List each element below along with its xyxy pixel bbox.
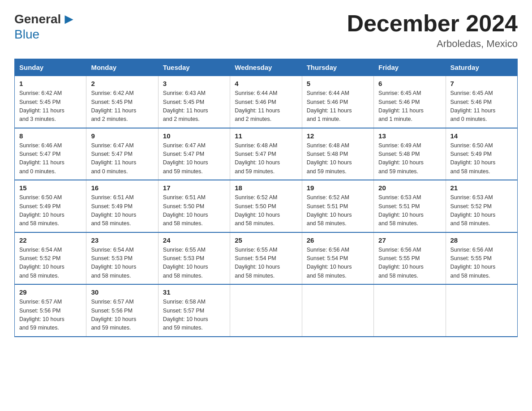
table-row: 3 Sunrise: 6:43 AMSunset: 5:45 PMDayligh…	[158, 76, 230, 128]
table-row: 4 Sunrise: 6:44 AMSunset: 5:46 PMDayligh…	[230, 76, 302, 128]
day-info: Sunrise: 6:57 AMSunset: 5:56 PMDaylight:…	[19, 298, 82, 333]
day-number: 1	[19, 80, 82, 87]
day-number: 26	[307, 236, 369, 244]
table-row: 20 Sunrise: 6:53 AMSunset: 5:51 PMDaylig…	[374, 180, 446, 232]
table-row: 1 Sunrise: 6:42 AMSunset: 5:45 PMDayligh…	[15, 76, 86, 128]
table-row: 25 Sunrise: 6:55 AMSunset: 5:54 PMDaylig…	[230, 232, 302, 285]
day-number: 13	[378, 132, 441, 140]
day-info: Sunrise: 6:50 AMSunset: 5:49 PMDaylight:…	[19, 193, 82, 228]
table-row: 6 Sunrise: 6:45 AMSunset: 5:46 PMDayligh…	[374, 76, 446, 128]
day-info: Sunrise: 6:49 AMSunset: 5:48 PMDaylight:…	[378, 141, 441, 176]
day-info: Sunrise: 6:54 AMSunset: 5:53 PMDaylight:…	[91, 246, 153, 281]
day-number: 2	[91, 80, 153, 87]
day-info: Sunrise: 6:57 AMSunset: 5:56 PMDaylight:…	[91, 298, 153, 333]
day-info: Sunrise: 6:52 AMSunset: 5:51 PMDaylight:…	[307, 193, 369, 228]
day-number: 22	[19, 236, 82, 244]
table-row: 8 Sunrise: 6:46 AMSunset: 5:47 PMDayligh…	[15, 128, 86, 180]
header-saturday: Saturday	[446, 59, 517, 76]
day-info: Sunrise: 6:53 AMSunset: 5:51 PMDaylight:…	[378, 193, 441, 228]
table-row: 27 Sunrise: 6:56 AMSunset: 5:55 PMDaylig…	[374, 232, 446, 285]
table-row: 2 Sunrise: 6:42 AMSunset: 5:45 PMDayligh…	[86, 76, 158, 128]
day-number: 17	[163, 184, 225, 192]
day-number: 6	[378, 80, 441, 87]
day-info: Sunrise: 6:52 AMSunset: 5:50 PMDaylight:…	[235, 193, 297, 228]
day-info: Sunrise: 6:54 AMSunset: 5:52 PMDaylight:…	[19, 246, 82, 281]
header-sunday: Sunday	[15, 59, 86, 76]
day-info: Sunrise: 6:42 AMSunset: 5:45 PMDaylight:…	[19, 89, 82, 124]
table-row	[446, 284, 517, 337]
title-section: December 2024 Arboledas, Mexico	[347, 11, 518, 50]
table-row: 21 Sunrise: 6:53 AMSunset: 5:52 PMDaylig…	[446, 180, 517, 232]
day-info: Sunrise: 6:45 AMSunset: 5:46 PMDaylight:…	[450, 89, 513, 124]
day-number: 16	[91, 184, 153, 192]
header-wednesday: Wednesday	[230, 59, 302, 76]
day-number: 31	[163, 288, 225, 296]
day-number: 12	[307, 132, 369, 140]
day-info: Sunrise: 6:55 AMSunset: 5:54 PMDaylight:…	[235, 246, 297, 281]
table-row: 18 Sunrise: 6:52 AMSunset: 5:50 PMDaylig…	[230, 180, 302, 232]
day-number: 21	[450, 184, 513, 192]
table-row: 17 Sunrise: 6:51 AMSunset: 5:50 PMDaylig…	[158, 180, 230, 232]
table-row: 10 Sunrise: 6:47 AMSunset: 5:47 PMDaylig…	[158, 128, 230, 180]
table-row: 22 Sunrise: 6:54 AMSunset: 5:52 PMDaylig…	[15, 232, 86, 285]
calendar-week-row: 22 Sunrise: 6:54 AMSunset: 5:52 PMDaylig…	[15, 232, 518, 285]
table-row: 26 Sunrise: 6:56 AMSunset: 5:54 PMDaylig…	[302, 232, 373, 285]
day-number: 8	[19, 132, 82, 140]
day-info: Sunrise: 6:56 AMSunset: 5:55 PMDaylight:…	[378, 246, 441, 281]
calendar-table: Sunday Monday Tuesday Wednesday Thursday…	[14, 59, 518, 337]
day-info: Sunrise: 6:55 AMSunset: 5:53 PMDaylight:…	[163, 246, 225, 281]
logo-arrow-icon: ►	[62, 11, 76, 27]
location-subtitle: Arboledas, Mexico	[347, 38, 518, 50]
day-info: Sunrise: 6:56 AMSunset: 5:54 PMDaylight:…	[307, 246, 369, 281]
table-row: 19 Sunrise: 6:52 AMSunset: 5:51 PMDaylig…	[302, 180, 373, 232]
month-year-title: December 2024	[347, 11, 518, 36]
page-header: General ► Blue December 2024 Arboledas, …	[14, 11, 518, 50]
day-info: Sunrise: 6:42 AMSunset: 5:45 PMDaylight:…	[91, 89, 153, 124]
day-number: 29	[19, 288, 82, 296]
day-info: Sunrise: 6:45 AMSunset: 5:46 PMDaylight:…	[378, 89, 441, 124]
calendar-header-row: Sunday Monday Tuesday Wednesday Thursday…	[15, 59, 518, 76]
table-row: 13 Sunrise: 6:49 AMSunset: 5:48 PMDaylig…	[374, 128, 446, 180]
day-number: 14	[450, 132, 513, 140]
day-info: Sunrise: 6:47 AMSunset: 5:47 PMDaylight:…	[91, 141, 153, 176]
day-info: Sunrise: 6:48 AMSunset: 5:48 PMDaylight:…	[307, 141, 369, 176]
calendar-week-row: 15 Sunrise: 6:50 AMSunset: 5:49 PMDaylig…	[15, 180, 518, 232]
day-number: 15	[19, 184, 82, 192]
table-row: 11 Sunrise: 6:48 AMSunset: 5:47 PMDaylig…	[230, 128, 302, 180]
table-row: 7 Sunrise: 6:45 AMSunset: 5:46 PMDayligh…	[446, 76, 517, 128]
day-info: Sunrise: 6:44 AMSunset: 5:46 PMDaylight:…	[307, 89, 369, 124]
day-number: 9	[91, 132, 153, 140]
day-info: Sunrise: 6:56 AMSunset: 5:55 PMDaylight:…	[450, 246, 513, 281]
day-info: Sunrise: 6:51 AMSunset: 5:50 PMDaylight:…	[163, 193, 225, 228]
table-row: 14 Sunrise: 6:50 AMSunset: 5:49 PMDaylig…	[446, 128, 517, 180]
day-number: 19	[307, 184, 369, 192]
day-info: Sunrise: 6:43 AMSunset: 5:45 PMDaylight:…	[163, 89, 225, 124]
day-number: 4	[235, 80, 297, 87]
table-row: 23 Sunrise: 6:54 AMSunset: 5:53 PMDaylig…	[86, 232, 158, 285]
logo-blue-text: Blue	[14, 27, 39, 41]
table-row	[374, 284, 446, 337]
day-number: 24	[163, 236, 225, 244]
calendar-week-row: 1 Sunrise: 6:42 AMSunset: 5:45 PMDayligh…	[15, 76, 518, 128]
day-info: Sunrise: 6:48 AMSunset: 5:47 PMDaylight:…	[235, 141, 297, 176]
day-info: Sunrise: 6:51 AMSunset: 5:49 PMDaylight:…	[91, 193, 153, 228]
day-info: Sunrise: 6:58 AMSunset: 5:57 PMDaylight:…	[163, 298, 225, 333]
day-info: Sunrise: 6:53 AMSunset: 5:52 PMDaylight:…	[450, 193, 513, 228]
calendar-week-row: 29 Sunrise: 6:57 AMSunset: 5:56 PMDaylig…	[15, 284, 518, 337]
table-row: 9 Sunrise: 6:47 AMSunset: 5:47 PMDayligh…	[86, 128, 158, 180]
day-info: Sunrise: 6:47 AMSunset: 5:47 PMDaylight:…	[163, 141, 225, 176]
table-row: 24 Sunrise: 6:55 AMSunset: 5:53 PMDaylig…	[158, 232, 230, 285]
table-row: 31 Sunrise: 6:58 AMSunset: 5:57 PMDaylig…	[158, 284, 230, 337]
day-info: Sunrise: 6:44 AMSunset: 5:46 PMDaylight:…	[235, 89, 297, 124]
day-number: 11	[235, 132, 297, 140]
table-row: 12 Sunrise: 6:48 AMSunset: 5:48 PMDaylig…	[302, 128, 373, 180]
table-row: 29 Sunrise: 6:57 AMSunset: 5:56 PMDaylig…	[15, 284, 86, 337]
table-row: 30 Sunrise: 6:57 AMSunset: 5:56 PMDaylig…	[86, 284, 158, 337]
logo: General ► Blue	[14, 11, 77, 42]
calendar-week-row: 8 Sunrise: 6:46 AMSunset: 5:47 PMDayligh…	[15, 128, 518, 180]
table-row: 15 Sunrise: 6:50 AMSunset: 5:49 PMDaylig…	[15, 180, 86, 232]
day-info: Sunrise: 6:50 AMSunset: 5:49 PMDaylight:…	[450, 141, 513, 176]
day-info: Sunrise: 6:46 AMSunset: 5:47 PMDaylight:…	[19, 141, 82, 176]
day-number: 5	[307, 80, 369, 87]
header-thursday: Thursday	[302, 59, 373, 76]
